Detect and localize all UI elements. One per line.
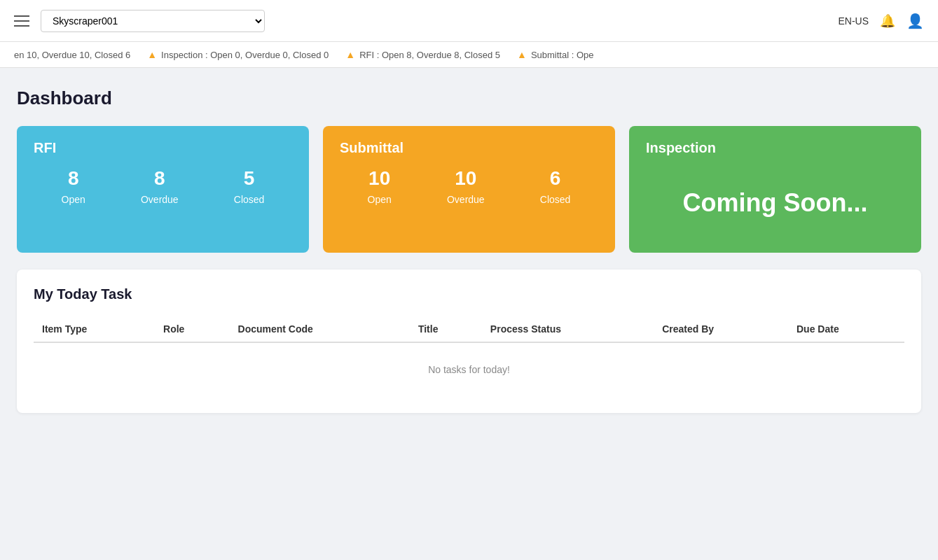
rfi-open-label: Open	[62, 194, 85, 205]
submittal-closed-number: 6	[540, 167, 571, 190]
user-profile-icon[interactable]: 👤	[906, 13, 924, 29]
triangle-icon-3: ▲	[517, 49, 527, 60]
cards-row: RFI 8 Open 8 Overdue 5 Closed Submittal	[17, 126, 921, 253]
submittal-overdue-label: Overdue	[447, 194, 485, 205]
coming-soon-text: Coming Soon...	[646, 167, 904, 239]
task-table: Item Type Role Document Code Title Proce…	[34, 316, 904, 396]
task-table-header-row: Item Type Role Document Code Title Proce…	[34, 316, 904, 342]
hamburger-menu-icon[interactable]	[14, 15, 29, 27]
submittal-card-title: Submittal	[340, 140, 598, 156]
submittal-open-label: Open	[368, 194, 392, 205]
ticker-item-2: ▲ RFI : Open 8, Overdue 8, Closed 5	[345, 49, 500, 60]
submittal-closed-label: Closed	[540, 194, 571, 205]
task-section: My Today Task Item Type Role Document Co…	[17, 270, 921, 413]
submittal-closed-stat: 6 Closed	[540, 167, 571, 205]
ticker-text-3: Submittal : Ope	[531, 50, 594, 60]
rfi-card-title: RFI	[34, 140, 292, 156]
no-tasks-message: No tasks for today!	[34, 342, 904, 396]
project-select[interactable]: Skyscraper001Project AlphaProject Beta	[41, 10, 265, 32]
col-title: Title	[410, 316, 482, 342]
ticker-text-0: en 10, Overdue 10, Closed 6	[14, 50, 130, 60]
rfi-open-number: 8	[62, 167, 85, 190]
triangle-icon-1: ▲	[147, 49, 157, 60]
inspection-card-title: Inspection	[646, 140, 904, 156]
main-content: Dashboard RFI 8 Open 8 Overdue 5 Closed	[0, 68, 938, 433]
submittal-open-number: 10	[368, 167, 392, 190]
no-tasks-row: No tasks for today!	[34, 342, 904, 396]
col-document-code: Document Code	[230, 316, 410, 342]
ticker-text-1: Inspection : Open 0, Overdue 0, Closed 0	[161, 50, 329, 60]
rfi-closed-stat: 5 Closed	[234, 167, 265, 205]
submittal-card[interactable]: Submittal 10 Open 10 Overdue 6 Closed	[323, 126, 615, 253]
submittal-open-stat: 10 Open	[368, 167, 392, 205]
ticker-item-3: ▲ Submittal : Ope	[517, 49, 593, 60]
page-title: Dashboard	[17, 88, 921, 109]
inspection-card[interactable]: Inspection Coming Soon...	[629, 126, 921, 253]
triangle-icon-2: ▲	[345, 49, 355, 60]
col-due-date: Due Date	[788, 316, 904, 342]
col-process-status: Process Status	[482, 316, 654, 342]
ticker-text-2: RFI : Open 8, Overdue 8, Closed 5	[359, 50, 500, 60]
rfi-open-stat: 8 Open	[62, 167, 85, 205]
rfi-card[interactable]: RFI 8 Open 8 Overdue 5 Closed	[17, 126, 309, 253]
task-table-body: No tasks for today!	[34, 342, 904, 396]
rfi-closed-label: Closed	[234, 194, 265, 205]
submittal-overdue-stat: 10 Overdue	[447, 167, 485, 205]
col-item-type: Item Type	[34, 316, 155, 342]
header-left: Skyscraper001Project AlphaProject Beta	[14, 10, 265, 32]
language-label[interactable]: EN-US	[838, 15, 869, 27]
rfi-overdue-label: Overdue	[141, 194, 179, 205]
rfi-stats: 8 Open 8 Overdue 5 Closed	[34, 167, 292, 205]
rfi-overdue-stat: 8 Overdue	[141, 167, 179, 205]
header: Skyscraper001Project AlphaProject Beta E…	[0, 0, 938, 42]
ticker-bar: en 10, Overdue 10, Closed 6 ▲ Inspection…	[0, 42, 938, 68]
task-table-header: Item Type Role Document Code Title Proce…	[34, 316, 904, 342]
notification-bell-icon[interactable]: 🔔	[880, 13, 895, 29]
submittal-overdue-number: 10	[447, 167, 485, 190]
rfi-closed-number: 5	[234, 167, 265, 190]
ticker-item-0: en 10, Overdue 10, Closed 6	[14, 50, 130, 60]
task-section-title: My Today Task	[34, 286, 904, 302]
submittal-stats: 10 Open 10 Overdue 6 Closed	[340, 167, 598, 205]
ticker-item-1: ▲ Inspection : Open 0, Overdue 0, Closed…	[147, 49, 329, 60]
col-role: Role	[155, 316, 229, 342]
header-right: EN-US 🔔 👤	[838, 13, 924, 29]
rfi-overdue-number: 8	[141, 167, 179, 190]
col-created-by: Created By	[654, 316, 788, 342]
